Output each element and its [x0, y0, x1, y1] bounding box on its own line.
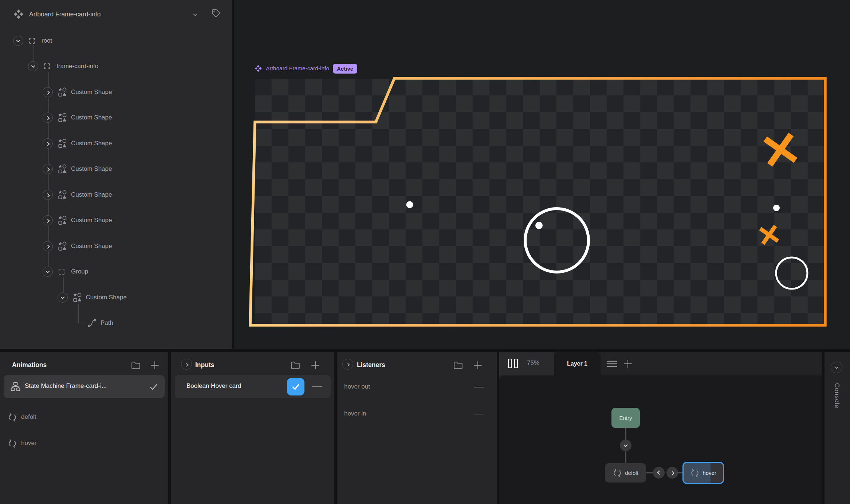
- tree-row[interactable]: frame-card-info: [0, 61, 232, 72]
- listeners-collapse-button[interactable]: [342, 359, 353, 370]
- collapse-chevron-icon[interactable]: [28, 61, 38, 71]
- expand-chevron-icon[interactable]: [43, 113, 53, 123]
- graph-toolbar: 75%: [499, 352, 554, 375]
- transition-chevron-right[interactable]: [666, 467, 678, 479]
- small-orange-cross[interactable]: [760, 226, 778, 244]
- custom-shape-icon: [58, 164, 67, 174]
- tree-row[interactable]: Custom Shape: [0, 215, 232, 226]
- console-label[interactable]: Console: [833, 383, 841, 408]
- small-white-circle[interactable]: [776, 257, 807, 289]
- expand-chevron-icon[interactable]: [43, 138, 53, 149]
- large-white-circle[interactable]: [525, 209, 589, 272]
- collapse-chevron-icon[interactable]: [43, 267, 53, 277]
- tree-row[interactable]: Custom Shape: [0, 87, 232, 98]
- state-machine-icon: [10, 382, 20, 393]
- remove-input-button[interactable]: [312, 386, 322, 387]
- stage-canvas[interactable]: Artboard Frame-card-info Active: [234, 0, 850, 349]
- tree-row[interactable]: Custom Shape: [0, 112, 232, 123]
- inputs-title: Inputs: [195, 361, 215, 369]
- add-animation-button[interactable]: [150, 361, 160, 371]
- graph-canvas[interactable]: Entry defolt hover: [499, 375, 822, 504]
- remove-listener-button[interactable]: [474, 414, 484, 414]
- bounds-icon: [28, 37, 36, 44]
- tree-row[interactable]: Custom Shape: [0, 241, 232, 252]
- custom-shape-icon: [58, 87, 67, 97]
- transition-chevron-left[interactable]: [653, 467, 665, 479]
- white-dot[interactable]: [773, 205, 780, 211]
- default-state-label: defolt: [625, 470, 638, 476]
- tree-item-label: Custom Shape: [71, 189, 112, 200]
- folder-icon[interactable]: [291, 361, 300, 371]
- custom-shape-icon: [73, 292, 82, 302]
- hover-state-node-selected[interactable]: hover: [682, 462, 724, 484]
- add-layer-button[interactable]: [623, 359, 633, 370]
- custom-shape-icon: [58, 241, 67, 251]
- custom-shape-icon: [58, 216, 67, 225]
- card-outline-path[interactable]: [250, 78, 825, 325]
- expand-chevron-icon[interactable]: [43, 215, 53, 225]
- custom-shape-icon: [58, 113, 67, 123]
- folder-icon[interactable]: [131, 361, 141, 371]
- console-collapse-button[interactable]: [831, 362, 842, 373]
- tree-item-label: root: [42, 35, 52, 46]
- listeners-panel: Listeners hover out hover in: [337, 352, 497, 504]
- checkmark-icon: [149, 382, 159, 393]
- tree-item-label: Custom Shape: [71, 215, 112, 226]
- pause-icon[interactable]: [508, 359, 518, 368]
- tree-row[interactable]: Custom Shape: [0, 164, 232, 174]
- tree-item-label: frame-card-info: [56, 61, 98, 72]
- expand-chevron-icon[interactable]: [43, 190, 53, 200]
- state-machine-item-selected[interactable]: State Machine Frame-card-i...: [4, 375, 165, 398]
- layers-menu-icon[interactable]: [606, 361, 617, 369]
- console-sidebar: Console: [825, 352, 850, 504]
- bounds-icon: [43, 63, 51, 70]
- expand-chevron-icon[interactable]: [43, 87, 53, 97]
- listener-row[interactable]: hover out: [337, 381, 497, 394]
- input-row[interactable]: Boolean Hover card: [175, 375, 331, 398]
- animation-item-label: defolt: [21, 413, 36, 421]
- listener-row[interactable]: hover in: [337, 407, 497, 421]
- default-state-node[interactable]: defolt: [605, 463, 646, 483]
- input-label: Boolean Hover card: [186, 382, 241, 390]
- large-orange-cross[interactable]: [765, 134, 795, 165]
- folder-icon[interactable]: [453, 361, 463, 371]
- animations-panel: Animations State Machine Frame-card-i...: [0, 352, 168, 504]
- collapse-chevron-icon[interactable]: [13, 36, 23, 46]
- tab-layer-1[interactable]: Layer 1: [554, 352, 601, 375]
- add-input-button[interactable]: [311, 361, 320, 371]
- tree-row[interactable]: Custom Shape: [0, 189, 232, 200]
- hierarchy-tree: rootframe-card-infoCustom ShapeCustom Sh…: [0, 0, 232, 349]
- white-dot[interactable]: [406, 201, 413, 208]
- inputs-panel: Inputs Boolean Hover card: [171, 352, 334, 504]
- animation-item[interactable]: hover: [0, 436, 168, 451]
- custom-shape-icon: [58, 190, 67, 200]
- white-dot[interactable]: [535, 222, 543, 229]
- animation-item-label: hover: [21, 440, 37, 447]
- inputs-collapse-button[interactable]: [181, 359, 192, 370]
- collapse-chevron-icon[interactable]: [58, 292, 68, 303]
- tree-row[interactable]: Custom Shape: [0, 138, 232, 149]
- rive-editor-window: Artboard Frame-card-info rootframe-card-…: [0, 0, 850, 504]
- graph-zoom-level[interactable]: 75%: [527, 359, 539, 367]
- tree-row[interactable]: root: [0, 35, 232, 46]
- tree-row[interactable]: Custom Shape: [0, 292, 232, 303]
- entry-node[interactable]: Entry: [611, 408, 640, 428]
- loop-icon: [8, 413, 17, 424]
- listeners-title: Listeners: [357, 361, 385, 369]
- state-machine-item-label: State Machine Frame-card-i...: [25, 382, 107, 390]
- boolean-checkbox-checked[interactable]: [287, 378, 304, 395]
- transition-chevron-down[interactable]: [620, 440, 631, 451]
- expand-chevron-icon[interactable]: [43, 164, 53, 174]
- add-listener-button[interactable]: [473, 361, 483, 371]
- tree-row[interactable]: Group: [0, 266, 232, 277]
- bounds-icon: [58, 268, 65, 275]
- tree-item-label: Path: [101, 318, 113, 328]
- tree-item-label: Group: [71, 266, 88, 277]
- animation-item[interactable]: defolt: [0, 410, 168, 425]
- tree-item-label: Custom Shape: [71, 164, 112, 174]
- remove-listener-button[interactable]: [474, 387, 484, 387]
- tree-row[interactable]: Path: [0, 318, 232, 328]
- expand-chevron-icon[interactable]: [43, 241, 53, 251]
- animations-title: Animations: [12, 361, 47, 369]
- path-icon: [87, 318, 97, 328]
